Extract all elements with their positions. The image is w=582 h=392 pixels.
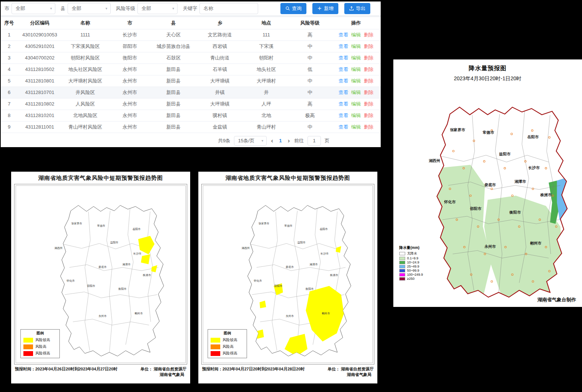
legend-item: 25~49.9 — [399, 265, 423, 268]
export-icon — [349, 6, 354, 11]
county-select[interactable]: 全部 ▾ — [68, 3, 111, 14]
delete-link[interactable]: 删除 — [364, 101, 374, 107]
city-label: 长沙市 — [320, 252, 329, 255]
delete-link[interactable]: 删除 — [364, 124, 374, 130]
city-label: 湘西州 — [429, 159, 440, 163]
city-label: 常德市 — [97, 224, 105, 227]
cell-actions: 查看编辑删除 — [331, 110, 381, 121]
table-row[interactable]: 443112810502地头社区风险区永州市新田县石羊镇地头社区低查看编辑删除 — [1, 64, 381, 75]
cell-place: 地头社区 — [244, 64, 289, 75]
table-row[interactable]: 143010290100531111长沙市天心区文艺路街道111高查看编辑删除 — [1, 29, 381, 41]
delete-link[interactable]: 删除 — [364, 32, 374, 38]
next-page-button[interactable]: › — [287, 138, 290, 144]
legend-swatch — [399, 269, 405, 272]
delete-link[interactable]: 删除 — [364, 43, 374, 49]
page-number[interactable]: 1 — [277, 138, 283, 143]
delete-link[interactable]: 删除 — [364, 78, 374, 84]
risk-level-select[interactable]: 全部 ▾ — [137, 3, 178, 14]
search-button[interactable]: 查询 — [280, 3, 306, 14]
keyword-filter: 关键字 — [183, 3, 258, 14]
delete-link[interactable]: 删除 — [364, 55, 374, 61]
prev-page-button[interactable]: ‹ — [270, 138, 274, 144]
table-row[interactable]: 743112810802人风险区永州市新田县大坪塘镇人坪高查看编辑删除 — [1, 98, 381, 110]
city-label: 岳阳市 — [527, 135, 539, 139]
table-row[interactable]: 343040700202朝阳村风险区衡阳市石鼓区青山街道朝阳村中查看编辑删除 — [1, 52, 381, 64]
city-select[interactable]: 全部 ▾ — [12, 3, 55, 14]
cell-city: 邵阳市 — [108, 41, 151, 52]
export-button[interactable]: 导出 — [344, 3, 370, 14]
rain-legend-box: 降水量(mm) 无降水0.1~9.910~24.925~49.950~99.91… — [398, 244, 425, 282]
edit-link[interactable]: 编辑 — [351, 67, 361, 72]
risk-filter-label: 风险等级 — [116, 5, 135, 12]
trend-footer: 预报时间：2023年04月26日20时到2023年04月27日20时 单位： 湖… — [14, 366, 187, 378]
legend-label: 风险较高 — [35, 337, 50, 343]
city-label: 益阳市 — [110, 241, 119, 244]
edit-link[interactable]: 编辑 — [351, 113, 361, 118]
view-link[interactable]: 查看 — [339, 67, 348, 72]
cell-code: 43112810701 — [17, 87, 62, 98]
edit-link[interactable]: 编辑 — [351, 124, 361, 130]
edit-link[interactable]: 编辑 — [351, 32, 361, 38]
cell-place: 青山坪村 — [244, 121, 289, 133]
goto-page-input[interactable] — [308, 136, 321, 146]
chevron-down-icon: ▾ — [172, 6, 174, 10]
city-label: 常德市 — [483, 130, 494, 135]
city-label: 常德市 — [284, 224, 293, 227]
edit-link[interactable]: 编辑 — [351, 90, 361, 95]
city-label: 衡阳市 — [509, 210, 521, 214]
view-link[interactable]: 查看 — [339, 124, 348, 130]
cell-actions: 查看编辑删除 — [331, 41, 381, 52]
view-link[interactable]: 查看 — [339, 101, 348, 107]
view-link[interactable]: 查看 — [339, 43, 348, 49]
rain-zone-light-west — [436, 165, 492, 304]
city-label: 湘潭市 — [310, 263, 318, 266]
trend-map-title: 湖南省地质灾害气象风险中短期预警预报趋势图 — [14, 175, 187, 182]
cell-actions: 查看编辑删除 — [331, 64, 381, 75]
edit-link[interactable]: 编辑 — [351, 101, 361, 107]
delete-link[interactable]: 删除 — [364, 90, 374, 95]
column-header: 地点 — [244, 17, 289, 29]
view-link[interactable]: 查看 — [339, 32, 348, 38]
legend-label: 50~99.9 — [407, 269, 419, 272]
cell-risk: 中 — [289, 121, 331, 133]
add-button[interactable]: 新增 — [312, 3, 338, 14]
table-row[interactable]: 843112810201北地风险区永州市新田县骥村镇北地极高查看编辑删除 — [1, 110, 381, 121]
view-link[interactable]: 查看 — [339, 113, 348, 118]
delete-link[interactable]: 删除 — [364, 67, 374, 72]
cell-code: 43112810802 — [17, 98, 62, 110]
trend-legend-box: 图例 风险较高风险高风险很高 — [20, 329, 60, 358]
edit-link[interactable]: 编辑 — [351, 43, 361, 49]
cell-place: 北地 — [244, 110, 289, 121]
legend-label: 风险高 — [222, 344, 234, 349]
keyword-input[interactable] — [199, 3, 258, 14]
table-row[interactable]: 243052910201下宋溪风险区邵阳市城步苗族自治县西岩镇下宋溪中查看编辑删… — [1, 41, 381, 52]
cell-county: 新田县 — [151, 110, 196, 121]
view-link[interactable]: 查看 — [339, 78, 348, 84]
legend-label: 风险很高 — [35, 351, 50, 356]
edit-link[interactable]: 编辑 — [351, 55, 361, 61]
city-label: 衡阳市 — [306, 287, 314, 291]
table-row[interactable]: 543112810801大坪塘村风险区永州市新田县大坪塘镇大坪塘村中查看编辑删除 — [1, 75, 381, 87]
cell-risk: 高 — [289, 29, 331, 41]
rain-map-subtitle: 2023年4月30日20时-1日20时 — [393, 75, 582, 82]
view-link[interactable]: 查看 — [339, 55, 348, 61]
city-label: 张家界市 — [450, 128, 465, 132]
plus-icon — [317, 6, 322, 11]
view-link[interactable]: 查看 — [339, 90, 348, 95]
table-row[interactable]: 643112810701井风险区永州市新田县井镇井中查看编辑删除 — [1, 87, 381, 98]
legend-swatch — [211, 338, 220, 343]
edit-link[interactable]: 编辑 — [351, 78, 361, 84]
page-size-select[interactable]: 15条/页 ▾ — [234, 136, 267, 146]
map-credit: 湖南省气象台制作 — [537, 297, 576, 303]
table-row[interactable]: 943112811001青山坪村风险区永州市新田县金盆镇青山坪村中查看编辑删除 — [1, 121, 381, 133]
cell-no: 4 — [1, 64, 17, 75]
legend-item: 风险高 — [208, 343, 247, 350]
legend-label: ≥250 — [407, 277, 414, 281]
delete-link[interactable]: 删除 — [364, 113, 374, 118]
cell-county: 新田县 — [151, 87, 196, 98]
column-header: 序号 — [1, 17, 17, 29]
city-label: 益阳市 — [297, 241, 306, 244]
legend-item: 风险较高 — [21, 337, 59, 343]
cell-risk: 高 — [289, 98, 331, 110]
rain-map-title: 降水量预报图 — [393, 65, 582, 72]
